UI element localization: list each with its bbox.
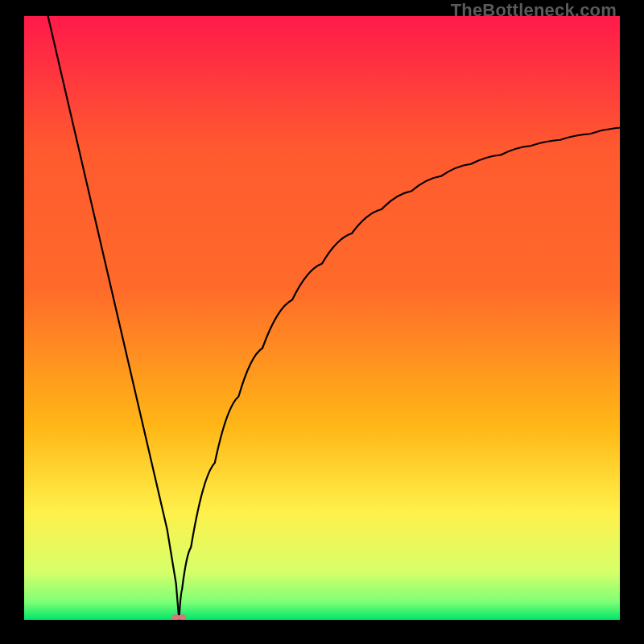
gradient-background	[24, 16, 620, 620]
bottleneck-chart	[24, 16, 620, 620]
chart-frame	[24, 16, 620, 620]
watermark-text: TheBottleneck.com	[451, 0, 617, 21]
